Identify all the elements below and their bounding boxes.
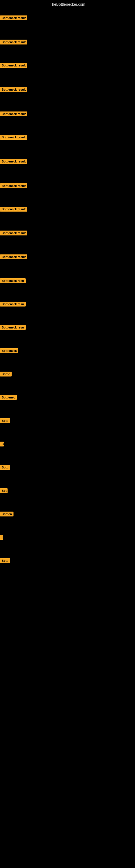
bottleneck-badge[interactable]: Bottlenec (0, 395, 17, 400)
bottleneck-badge[interactable]: Bottleneck result (0, 135, 27, 140)
bottleneck-badge[interactable]: Bottleneck result (0, 112, 27, 116)
list-item: Bottleneck resu (0, 278, 26, 284)
bottleneck-badge[interactable]: | (0, 535, 3, 540)
site-title: TheBottlenecker.com (0, 0, 135, 9)
list-item: Bottleneck result (0, 16, 27, 22)
list-item: Bottleneck result (0, 159, 27, 165)
list-item: Bottleneck result (0, 112, 27, 118)
list-item: Bottl (0, 418, 10, 424)
bottleneck-badge[interactable]: Bottleneck resu (0, 278, 26, 283)
bottleneck-badge[interactable]: Bottleneck resu (0, 302, 26, 307)
list-item: B (0, 442, 4, 447)
bottleneck-badge[interactable]: Bottlen (0, 512, 13, 517)
bottleneck-badge[interactable]: Bottleneck result (0, 254, 27, 259)
list-item: Bottleneck (0, 348, 18, 354)
list-item: Bottleneck result (0, 135, 27, 141)
bottleneck-badge[interactable]: B (0, 442, 4, 446)
bottleneck-badge[interactable]: Bottleneck result (0, 159, 27, 164)
bottleneck-badge[interactable]: Bottleneck result (0, 40, 27, 44)
list-item: | (0, 535, 3, 541)
bottleneck-badge[interactable]: Bottleneck result (0, 87, 27, 92)
list-item: Bottlen (0, 512, 13, 518)
list-item: Bottle (0, 372, 12, 378)
bottleneck-badge[interactable]: Bottl (0, 418, 10, 423)
list-item: Bottleneck result (0, 183, 27, 189)
bottleneck-badge[interactable]: Bottleneck result (0, 230, 27, 236)
list-item: Bottl (0, 465, 10, 471)
list-item: Bottleneck resu (0, 302, 26, 308)
bottleneck-badge[interactable]: Bottl (0, 465, 10, 470)
list-item: Bottl (0, 558, 10, 564)
bottleneck-badge[interactable]: Bottl (0, 558, 10, 563)
list-item: Bottleneck result (0, 63, 27, 69)
bottleneck-badge[interactable]: Bottleneck resu (0, 325, 26, 330)
list-item: Bot (0, 488, 8, 494)
list-item: Bottleneck result (0, 87, 27, 93)
bottleneck-badge[interactable]: Bottleneck result (0, 183, 27, 188)
list-item: Bottleneck result (0, 254, 27, 260)
bottleneck-badge[interactable]: Bottleneck result (0, 207, 27, 212)
list-item: Bottleneck resu (0, 325, 26, 331)
list-item: Bottlenec (0, 395, 17, 401)
bottleneck-badge[interactable]: Bot (0, 488, 8, 493)
list-item: Bottleneck result (0, 230, 27, 237)
bottleneck-badge[interactable]: Bottleneck result (0, 16, 27, 20)
list-item: Bottleneck result (0, 207, 27, 213)
bottleneck-badge[interactable]: Bottleneck result (0, 63, 27, 68)
list-item: Bottleneck result (0, 40, 27, 45)
bottleneck-badge[interactable]: Bottleneck (0, 348, 18, 353)
bottleneck-badge[interactable]: Bottle (0, 372, 12, 376)
